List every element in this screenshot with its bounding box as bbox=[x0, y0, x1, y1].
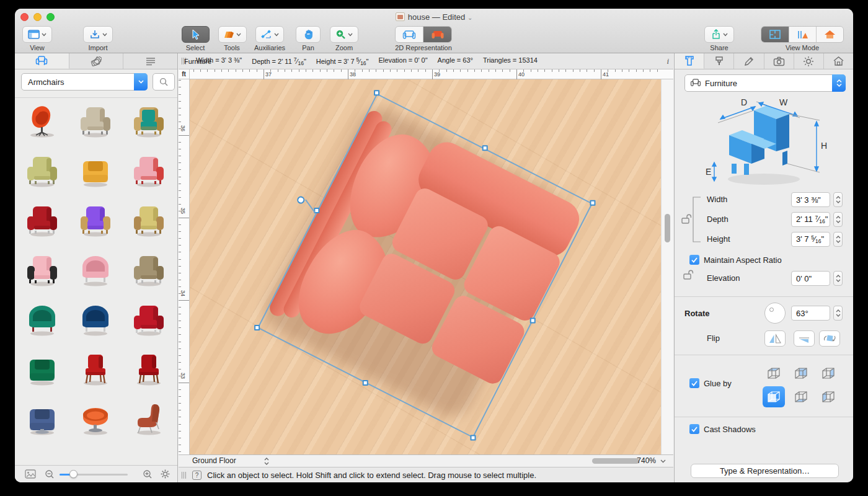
furniture-item[interactable] bbox=[22, 352, 67, 392]
furniture-item[interactable] bbox=[129, 104, 174, 144]
tab-camera[interactable] bbox=[764, 53, 794, 69]
svg-text:D: D bbox=[741, 97, 747, 107]
rep-2d-filled-button[interactable] bbox=[423, 27, 451, 42]
auxiliaries-button[interactable] bbox=[255, 26, 284, 43]
furniture-item[interactable] bbox=[129, 402, 174, 441]
tab-object-properties[interactable] bbox=[675, 53, 704, 69]
tab-edit[interactable] bbox=[734, 53, 764, 69]
selection-handle[interactable] bbox=[530, 317, 536, 323]
infobar-fields: Width = 3' 3 ⅜"Depth = 2' 11 7⁄16"Height… bbox=[186, 56, 538, 66]
elevation-stepper[interactable] bbox=[833, 271, 843, 286]
vertical-scroll-thumb[interactable] bbox=[665, 214, 670, 242]
glue-top-option[interactable] bbox=[764, 365, 783, 382]
furniture-item[interactable] bbox=[129, 352, 174, 392]
object-type-select[interactable]: Furniture bbox=[684, 74, 846, 92]
furniture-item[interactable] bbox=[22, 154, 67, 193]
furniture-item[interactable] bbox=[76, 253, 120, 293]
zoom-out-icon[interactable] bbox=[45, 469, 55, 479]
height-stepper[interactable] bbox=[833, 232, 843, 247]
info-icon[interactable]: i bbox=[666, 56, 669, 66]
horizontal-scroll-thumb[interactable] bbox=[592, 458, 639, 464]
gear-icon[interactable] bbox=[160, 469, 170, 479]
tab-project-tree[interactable] bbox=[123, 53, 177, 69]
elevation-lock-icon[interactable] bbox=[682, 269, 694, 280]
tab-materials[interactable] bbox=[704, 53, 734, 69]
library-search-button[interactable] bbox=[153, 73, 175, 91]
view-mode-plan-button[interactable] bbox=[761, 27, 789, 42]
view-mode-3d-button[interactable] bbox=[817, 27, 843, 42]
pan-button[interactable] bbox=[296, 26, 321, 43]
selected-sofa-object[interactable] bbox=[257, 93, 593, 438]
glue-back-option[interactable] bbox=[792, 365, 810, 382]
floor-selector[interactable]: Ground Floor bbox=[192, 456, 236, 465]
view-button[interactable] bbox=[22, 26, 52, 43]
zoom-in-icon[interactable] bbox=[143, 469, 153, 479]
rotate-dial[interactable] bbox=[764, 303, 786, 324]
furniture-item[interactable] bbox=[76, 352, 120, 392]
depth-stepper[interactable] bbox=[833, 212, 843, 227]
tools-button[interactable] bbox=[218, 26, 247, 43]
glue-right-option[interactable] bbox=[819, 365, 838, 382]
select-button[interactable] bbox=[182, 26, 210, 43]
cast-shadows-checkbox[interactable] bbox=[689, 424, 699, 434]
glue-bottom-option[interactable] bbox=[792, 388, 810, 405]
tab-lighting[interactable] bbox=[794, 53, 824, 69]
furniture-item[interactable] bbox=[76, 402, 120, 441]
vertical-scrollbar[interactable] bbox=[661, 79, 673, 454]
selection-handle[interactable] bbox=[482, 145, 487, 151]
selection-handle[interactable] bbox=[374, 90, 379, 95]
flip-vertical-button[interactable] bbox=[794, 330, 815, 347]
selection-handle[interactable] bbox=[590, 200, 595, 206]
slider-knob[interactable] bbox=[69, 470, 78, 478]
depth-field[interactable]: 2' 11 7⁄16" bbox=[791, 212, 830, 227]
zoom-level[interactable]: 740% bbox=[637, 456, 656, 465]
type-representation-button[interactable]: Type & Representation… bbox=[691, 464, 839, 478]
zoom-button-tool[interactable] bbox=[330, 26, 358, 43]
furniture-item[interactable] bbox=[129, 253, 174, 293]
glue-by-checkbox[interactable] bbox=[689, 378, 699, 388]
furniture-item[interactable] bbox=[22, 253, 67, 293]
rotate-field[interactable]: 63° bbox=[791, 306, 830, 321]
tab-furniture-library[interactable] bbox=[15, 53, 69, 69]
tab-materials-library[interactable] bbox=[69, 53, 124, 69]
furniture-item[interactable] bbox=[76, 104, 120, 144]
selection-handle[interactable] bbox=[362, 380, 368, 386]
zoom-level-chevron[interactable] bbox=[660, 459, 666, 463]
elevation-icon bbox=[797, 29, 809, 40]
furniture-item[interactable] bbox=[22, 303, 67, 342]
floor-stepper-icon[interactable] bbox=[264, 458, 269, 465]
maintain-aspect-checkbox[interactable] bbox=[689, 255, 699, 265]
view-mode-elevation-button[interactable] bbox=[789, 27, 817, 42]
rotation-handle[interactable] bbox=[296, 195, 306, 205]
category-select[interactable]: Armchairs bbox=[21, 73, 148, 91]
share-button[interactable] bbox=[704, 26, 734, 43]
selection-handle[interactable] bbox=[471, 435, 476, 440]
selection-handle[interactable] bbox=[254, 325, 260, 330]
elevation-field[interactable]: 0' 0" bbox=[791, 271, 830, 286]
reset-rotation-button[interactable] bbox=[819, 330, 840, 347]
glue-left-option[interactable] bbox=[819, 388, 838, 405]
furniture-item[interactable] bbox=[22, 203, 67, 243]
statusbar-drag-handle[interactable] bbox=[182, 472, 186, 479]
dims-lock-icon[interactable] bbox=[680, 213, 693, 224]
furniture-item[interactable] bbox=[22, 402, 67, 441]
furniture-item[interactable] bbox=[22, 104, 67, 144]
flip-horizontal-button[interactable] bbox=[764, 330, 786, 347]
width-stepper[interactable] bbox=[833, 192, 843, 207]
furniture-item[interactable] bbox=[129, 203, 174, 243]
floor-plan[interactable] bbox=[190, 79, 661, 454]
furniture-item[interactable] bbox=[129, 154, 174, 193]
tab-building[interactable] bbox=[824, 53, 853, 69]
rep-2d-outline-button[interactable] bbox=[396, 27, 423, 42]
furniture-item[interactable] bbox=[76, 203, 120, 243]
glue-front-option[interactable] bbox=[763, 386, 785, 407]
width-field[interactable]: 3' 3 ⅜" bbox=[791, 192, 830, 207]
height-field[interactable]: 3' 7 5⁄16" bbox=[791, 232, 830, 247]
furniture-item[interactable] bbox=[129, 303, 174, 342]
swatches-icon bbox=[91, 56, 102, 66]
preview-image-icon[interactable] bbox=[25, 469, 36, 479]
import-button[interactable] bbox=[83, 26, 113, 43]
rotate-stepper[interactable] bbox=[833, 306, 843, 321]
furniture-item[interactable] bbox=[76, 303, 120, 342]
furniture-item[interactable] bbox=[76, 154, 120, 193]
